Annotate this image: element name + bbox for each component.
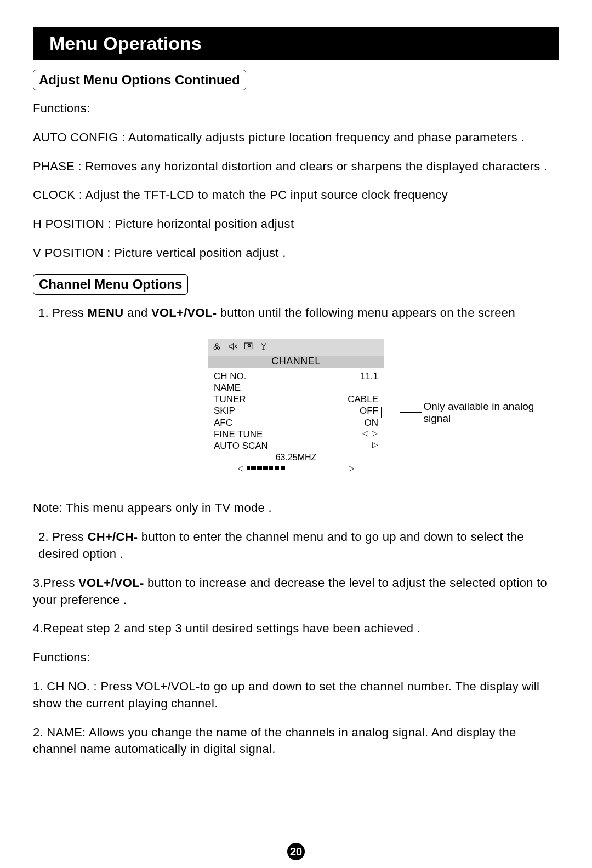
osd-freq: 63.25MHZ <box>214 452 378 462</box>
antenna-icon <box>259 341 269 353</box>
func-clock: CLOCK : Adjust the TFT-LCD to match the … <box>33 187 559 204</box>
osd-row-afc: AFCON <box>214 417 378 429</box>
brightness-icon <box>213 341 223 353</box>
slider-track <box>247 466 345 470</box>
step-4: 4.Repeat step 2 and step 3 until desired… <box>33 620 559 637</box>
step1-prefix: 1. Press <box>38 306 88 319</box>
note-text: Note: This menu appears only in TV mode … <box>33 500 559 517</box>
picture-icon <box>243 341 253 353</box>
osd-row-tuner: TUNERCABLE <box>214 393 378 405</box>
osd-menu-box: CHANNEL CH NO.11.1 NAME TUNERCABLE SKIPO… <box>203 334 389 484</box>
speaker-mute-icon <box>228 341 238 353</box>
functions-label-1: Functions: <box>33 100 559 117</box>
step2-prefix: 2. Press <box>38 530 88 544</box>
osd-icon-row <box>208 339 384 356</box>
osd-title: CHANNEL <box>208 356 384 368</box>
osd-callout: Only available in analog signal <box>400 401 559 425</box>
step2-bold: CH+/CH- <box>88 530 138 544</box>
left-right-arrows-icon: ◁ ▷ <box>362 429 378 440</box>
section-channel-title: Channel Menu Options <box>33 274 188 295</box>
svg-rect-3 <box>244 343 252 349</box>
step1-suffix: button until the following menu appears … <box>217 306 515 319</box>
slider-left-icon: ◁ <box>237 464 243 472</box>
func-chno: 1. CH NO. : Press VOL+/VOL-to go up and … <box>33 678 559 712</box>
osd-row-autoscan: AUTO SCAN▷ <box>214 440 378 452</box>
osd-slider: ◁ ▷ <box>214 462 378 475</box>
functions-label-2: Functions: <box>33 649 559 666</box>
step-3: 3.Press VOL+/VOL- button to increase and… <box>33 575 559 609</box>
func-vposition: V POSITION : Picture vertical position a… <box>33 245 559 262</box>
func-phase: PHASE : Removes any horizontal distortio… <box>33 158 559 175</box>
osd-row-skip: SKIPOFF <box>214 405 378 416</box>
step-1: 1. Press MENU and VOL+/VOL- button until… <box>33 305 559 322</box>
osd-row-chno: CH NO.11.1 <box>214 370 378 382</box>
right-arrow-icon: ▷ <box>372 440 378 452</box>
osd-row-name: NAME <box>214 382 378 393</box>
page-header: Menu Operations <box>33 27 559 60</box>
func-auto-config: AUTO CONFIG : Automatically adjusts pict… <box>33 129 559 146</box>
step1-bold-vol: VOL+/VOL- <box>151 306 217 319</box>
osd-row-finetune: FINE TUNE◁ ▷ <box>214 429 378 440</box>
func-hposition: H POSITION : Picture horizontal position… <box>33 216 559 233</box>
slider-right-icon: ▷ <box>349 464 355 472</box>
step3-prefix: 3.Press <box>33 576 78 590</box>
svg-point-0 <box>214 346 217 349</box>
section-adjust-title: Adjust Menu Options Continued <box>33 70 246 90</box>
func-name: 2. NAME: Allows you change the name of t… <box>33 724 559 758</box>
svg-point-2 <box>215 343 218 346</box>
step3-bold: VOL+/VOL- <box>78 576 144 590</box>
page-number: 20 <box>287 843 305 860</box>
step1-mid: and <box>124 306 151 319</box>
osd-menu-wrap: CHANNEL CH NO.11.1 NAME TUNERCABLE SKIPO… <box>33 334 559 484</box>
step1-bold-menu: MENU <box>88 306 124 319</box>
step-2: 2. Press CH+/CH- button to enter the cha… <box>33 529 559 563</box>
svg-point-1 <box>217 346 220 349</box>
